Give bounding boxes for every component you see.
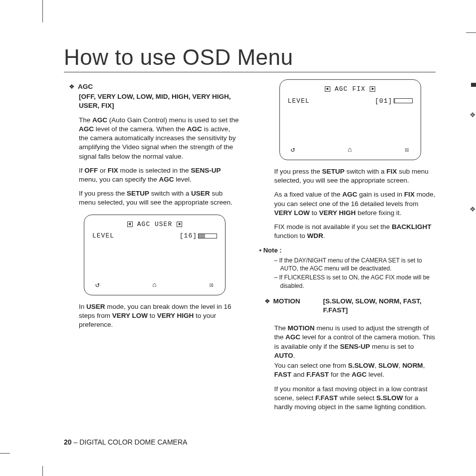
- fix-paragraph-3: FIX mode is not available if you set the…: [274, 223, 436, 240]
- page-footer: 20 – DIGITAL COLOR DOME CAMERA: [64, 438, 187, 446]
- back-icon: ↺: [95, 280, 100, 290]
- close-icon: ☒: [405, 145, 409, 155]
- fix-paragraph-1: If you press the SETUP switch with a FIX…: [274, 167, 436, 185]
- osd-agc-fix-screen: AGC FIX LEVEL [01] ↺ ⌂ ☒: [279, 79, 421, 160]
- motion-label: MOTION: [273, 297, 300, 306]
- page-edge-mark: ❖: [470, 205, 476, 213]
- level-bar: [198, 234, 217, 238]
- osd-level-label: LEVEL: [288, 97, 310, 106]
- note-item-1: – If the DAY/NIGHT menu of the CAMERA SE…: [274, 256, 436, 272]
- right-column: AGC FIX LEVEL [01] ↺ ⌂ ☒ If you press th…: [259, 79, 436, 417]
- osd-icon-row: ↺ ⌂ ☒: [92, 280, 217, 290]
- crop-mark: [466, 32, 476, 33]
- footer-text: – DIGITAL COLOR DOME CAMERA: [72, 438, 188, 446]
- page-edge-mark: [471, 83, 476, 87]
- agc-options: [OFF, VERY LOW, LOW, MID, HIGH, VERY HIG…: [79, 92, 240, 110]
- agc-paragraph-2: If OFF or FIX mode is selected in the SE…: [79, 166, 240, 184]
- back-icon: ↺: [291, 145, 295, 155]
- osd-title: AGC USER: [137, 221, 172, 228]
- osd-level-label: LEVEL: [92, 232, 114, 240]
- page-content: How to use OSD Menu ❖ AGC [OFF, VERY LOW…: [64, 45, 436, 417]
- osd-title-row: AGC FIX: [288, 85, 413, 94]
- motion-paragraph-1: The MOTION menu is used to adjust the st…: [274, 324, 436, 360]
- osd-level-value: [01]: [375, 97, 392, 105]
- osd-level-row: LEVEL [01]: [288, 97, 413, 106]
- home-icon: ⌂: [152, 280, 157, 290]
- left-arrow-icon: [127, 222, 133, 227]
- diamond-icon: ❖: [264, 297, 270, 306]
- osd-title: AGC FIX: [335, 85, 366, 93]
- right-arrow-icon: [370, 86, 375, 92]
- note-item-2: – If FLICKERLESS is set to ON, the AGC F…: [274, 273, 436, 289]
- right-arrow-icon: [177, 222, 182, 227]
- page-number: 20: [64, 438, 72, 446]
- crop-mark: [42, 0, 43, 22]
- osd-level-value-wrap: [16]: [180, 232, 217, 240]
- level-bar: [394, 98, 413, 103]
- left-arrow-icon: [325, 86, 330, 92]
- osd-agc-user-screen: AGC USER LEVEL [16] ↺ ⌂ ☒: [84, 215, 226, 295]
- close-icon: ☒: [210, 280, 214, 290]
- agc-paragraph-3: If you press the SETUP switch with a USE…: [79, 189, 240, 207]
- agc-paragraph-1: The AGC (Auto Gain Control) menu is used…: [79, 116, 240, 161]
- osd-level-value-wrap: [01]: [375, 97, 412, 106]
- osd-icon-row: ↺ ⌂ ☒: [288, 145, 413, 155]
- level-bar-fill: [199, 234, 205, 238]
- motion-paragraph-3: If you monitor a fast moving object in a…: [274, 385, 436, 412]
- motion-options: [S.SLOW, SLOW, NORM, FAST, F.FAST]: [323, 297, 436, 315]
- motion-paragraph-2: You can select one from S.SLOW, SLOW, NO…: [274, 361, 436, 379]
- left-column: ❖ AGC [OFF, VERY LOW, LOW, MID, HIGH, VE…: [64, 79, 240, 417]
- osd-title-row: AGC USER: [92, 220, 217, 229]
- fix-paragraph-2: As a ﬁxed value of the AGC gain is used …: [274, 190, 436, 218]
- osd-level-value: [16]: [180, 232, 197, 239]
- page-edge-mark: ❖: [470, 111, 476, 119]
- diamond-icon: ❖: [69, 82, 75, 91]
- agc-heading: ❖ AGC: [69, 82, 240, 91]
- agc-paragraph-4: In USER mode, you can break down the lev…: [79, 302, 240, 330]
- osd-level-row: LEVEL [16]: [92, 232, 217, 240]
- home-icon: ⌂: [348, 145, 352, 155]
- agc-label: AGC: [78, 82, 93, 91]
- page-title: How to use OSD Menu: [64, 45, 436, 72]
- crop-mark: [0, 453, 10, 454]
- level-bar-fill: [394, 99, 396, 103]
- note-heading: ▪ Note :: [259, 246, 436, 255]
- crop-mark: [42, 466, 43, 476]
- motion-heading: ❖ MOTION [S.SLOW, SLOW, NORM, FAST, F.FA…: [264, 297, 436, 320]
